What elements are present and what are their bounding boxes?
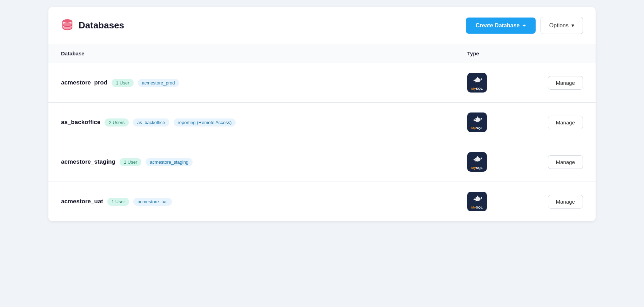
svg-marker-16 [481,157,482,159]
manage-button[interactable]: Manage [548,76,583,90]
database-name: acmestore_uat [61,198,103,205]
database-name: acmestore_staging [61,158,115,165]
users-badge: 1 User [107,198,129,206]
svg-marker-23 [476,196,479,197]
svg-marker-5 [476,77,479,79]
header-right: Create Database + Options ▾ [466,17,583,34]
manage-button[interactable]: Manage [548,155,583,169]
row-action-as_backoffice: Manage [537,116,583,129]
table-row: acmestore_uat 1 User acmestore_uat [48,182,596,221]
chevron-down-icon: ▾ [571,22,574,29]
svg-point-2 [63,26,72,29]
mysql-label: MySQL [471,127,483,130]
svg-point-0 [63,19,72,23]
tag-badge: acmestore_prod [138,79,179,87]
row-database-as_backoffice: as_backoffice 2 Users as_backofficerepor… [61,118,467,127]
row-database-acmestore_staging: acmestore_staging 1 User acmestore_stagi… [61,158,467,166]
mysql-label: MySQL [471,206,483,209]
svg-point-7 [475,80,476,80]
row-action-acmestore_uat: Manage [537,195,583,209]
mysql-icon: MySQL [467,192,487,211]
svg-point-1 [63,23,72,26]
create-database-button[interactable]: Create Database + [466,18,536,34]
svg-point-25 [475,198,476,199]
plus-icon: + [523,22,526,29]
table-header: Database Type [48,44,596,63]
row-type-acmestore_staging: MySQL [467,152,537,172]
row-type-acmestore_uat: MySQL [467,192,537,211]
svg-marker-22 [481,197,482,199]
manage-button[interactable]: Manage [548,116,583,129]
mysql-label: MySQL [471,87,483,90]
row-database-acmestore_prod: acmestore_prod 1 User acmestore_prod [61,79,467,87]
column-header-database: Database [61,50,467,56]
row-type-as_backoffice: MySQL [467,112,537,132]
mysql-icon: MySQL [467,73,487,93]
table-row: acmestore_staging 1 User acmestore_stagi… [48,142,596,182]
tag-badge: acmestore_uat [133,198,172,206]
mysql-label: MySQL [471,166,483,170]
table-row: as_backoffice 2 Users as_backofficerepor… [48,103,596,142]
svg-point-13 [475,119,476,120]
svg-point-19 [475,159,476,159]
svg-marker-4 [481,78,482,80]
databases-page: Databases Create Database + Options ▾ Da… [48,7,596,221]
users-badge: 1 User [120,158,141,166]
row-database-acmestore_uat: acmestore_uat 1 User acmestore_uat [61,198,467,206]
database-name: as_backoffice [61,119,100,126]
column-header-type: Type [467,50,537,56]
tag-badge: as_backoffice [133,118,169,127]
svg-marker-17 [476,156,479,158]
tag-badge: reporting (Remote Access) [174,118,236,127]
databases-icon [61,18,74,33]
svg-marker-10 [481,117,482,120]
header-left: Databases [61,18,124,33]
table-body: acmestore_prod 1 User acmestore_prod [48,63,596,221]
database-name: acmestore_prod [61,79,107,86]
table-row: acmestore_prod 1 User acmestore_prod [48,63,596,103]
tag-badge: acmestore_staging [146,158,193,166]
svg-marker-11 [476,116,479,118]
users-badge: 2 Users [105,118,129,127]
row-action-acmestore_staging: Manage [537,155,583,169]
mysql-icon: MySQL [467,112,487,132]
row-action-acmestore_prod: Manage [537,76,583,90]
manage-button[interactable]: Manage [548,195,583,209]
row-type-acmestore_prod: MySQL [467,73,537,93]
users-badge: 1 User [112,79,133,87]
options-button[interactable]: Options ▾ [541,17,583,34]
mysql-icon: MySQL [467,152,487,172]
page-title: Databases [79,20,124,31]
page-header: Databases Create Database + Options ▾ [48,7,596,44]
